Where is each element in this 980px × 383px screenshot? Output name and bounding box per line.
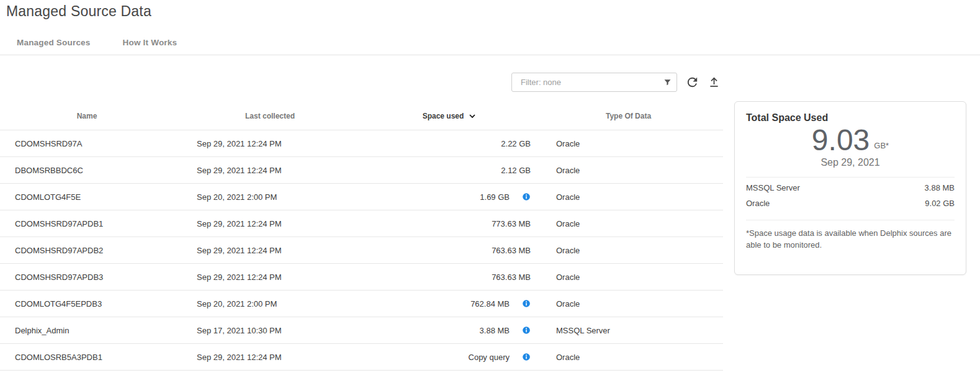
info-icon[interactable] <box>522 353 531 361</box>
filter-box <box>511 73 677 92</box>
copy-query-action[interactable]: Copy query <box>469 353 510 362</box>
info-icon[interactable] <box>522 299 531 308</box>
source-name: CDOMSHSRD97APDB1 <box>0 219 174 228</box>
table-row: CDOMSHSRD97APDB2 Sep 29, 2021 12:24 PM 7… <box>0 237 723 264</box>
column-header-type-of-data[interactable]: Type Of Data <box>534 112 723 120</box>
card-title: Total Space Used <box>746 112 955 124</box>
space-used-value: 2.12 GB <box>501 166 531 175</box>
tab-how-it-works[interactable]: How It Works <box>123 35 178 50</box>
total-space-value: 9.03 <box>812 125 870 156</box>
card-footnote: *Space usage data is available when Delp… <box>746 228 955 251</box>
info-icon[interactable] <box>522 326 531 335</box>
table-row: CDOMSHSRD97APDB1 Sep 29, 2021 12:24 PM 7… <box>0 210 723 237</box>
space-breakdown-list: MSSQL Server 3.88 MB Oracle 9.02 GB <box>746 180 955 211</box>
space-used-value: 763.63 MB <box>492 273 531 282</box>
space-used-cell: 2.22 GB <box>366 139 534 148</box>
space-used-value: 763.63 MB <box>492 246 531 255</box>
table-row: DBOMSRBBDC6C Sep 29, 2021 12:24 PM 2.12 … <box>0 157 723 184</box>
space-used-cell: 763.63 MB <box>366 273 534 282</box>
column-header-space-used-label: Space used <box>423 112 464 120</box>
toolbar <box>0 73 721 92</box>
last-collected-value: Sep 29, 2021 12:24 PM <box>174 139 366 148</box>
breakdown-value: 9.02 GB <box>925 199 955 208</box>
source-name: CDOMLOTG4F5EPDB3 <box>0 299 174 309</box>
last-collected-value: Sep 29, 2021 12:24 PM <box>174 273 366 282</box>
funnel-glyph <box>664 79 670 85</box>
space-used-value: 3.88 MB <box>480 326 510 335</box>
last-collected-value: Sep 29, 2021 12:24 PM <box>174 353 366 362</box>
tab-bar-divider <box>0 55 980 55</box>
card-divider-bottom <box>746 220 955 220</box>
space-used-value: 1.69 GB <box>480 192 510 202</box>
type-of-data-value: Oracle <box>534 299 723 309</box>
breakdown-row-mssql: MSSQL Server 3.88 MB <box>746 180 955 196</box>
breakdown-label: MSSQL Server <box>746 183 800 192</box>
table-row: CDOMSHSRD97APDB3 Sep 29, 2021 12:24 PM 7… <box>0 264 723 291</box>
table-row: CDOMLOTG4F5EPDB3 Sep 20, 2021 2:00 PM 76… <box>0 291 723 317</box>
refresh-icon[interactable] <box>685 75 699 89</box>
total-space-date: Sep 29, 2021 <box>746 157 955 168</box>
space-used-cell: Copy query <box>366 353 534 362</box>
managed-source-data-page: Managed Source Data Managed Sources How … <box>0 0 980 383</box>
last-collected-value: Sep 29, 2021 12:24 PM <box>174 166 366 175</box>
type-of-data-value: Oracle <box>534 166 723 175</box>
source-name: CDOMSHSRD97A <box>0 139 174 148</box>
total-space-used-card: Total Space Used 9.03 GB* Sep 29, 2021 M… <box>734 101 966 275</box>
column-header-space-used[interactable]: Space used <box>366 111 534 121</box>
space-used-cell: 773.63 MB <box>366 219 534 228</box>
tab-bar: Managed Sources How It Works <box>17 35 177 50</box>
space-used-value: 773.63 MB <box>492 219 531 228</box>
space-used-cell: 762.84 MB <box>366 299 534 309</box>
column-header-name[interactable]: Name <box>0 112 174 120</box>
card-divider-top <box>746 177 955 178</box>
type-of-data-value: Oracle <box>534 353 723 362</box>
last-collected-value: Sep 20, 2021 2:00 PM <box>174 192 366 202</box>
table-row: CDOMLOSRB5A3PDB1 Sep 29, 2021 12:24 PM C… <box>0 344 723 371</box>
space-used-cell: 3.88 MB <box>366 326 534 335</box>
funnel-filter-icon[interactable] <box>658 73 677 91</box>
last-collected-value: Sep 20, 2021 2:00 PM <box>174 299 366 309</box>
last-collected-value: Sep 17, 2021 10:30 PM <box>174 326 366 335</box>
page-title: Managed Source Data <box>6 3 151 20</box>
table-row: CDOMSHSRD97A Sep 29, 2021 12:24 PM 2.22 … <box>0 130 723 157</box>
type-of-data-value: Oracle <box>534 246 723 255</box>
info-icon[interactable] <box>522 192 531 201</box>
source-name: CDOMSHSRD97APDB3 <box>0 273 174 282</box>
table-row: Delphix_Admin Sep 17, 2021 10:30 PM 3.88… <box>0 317 723 344</box>
breakdown-value: 3.88 MB <box>925 183 955 192</box>
column-header-last-collected[interactable]: Last collected <box>174 112 366 120</box>
managed-sources-table: Name Last collected Space used Type Of D… <box>0 102 723 371</box>
filter-input[interactable] <box>512 78 658 87</box>
table-row: CDOMLOTG4F5E Sep 20, 2021 2:00 PM 1.69 G… <box>0 184 723 210</box>
type-of-data-value: Oracle <box>534 273 723 282</box>
type-of-data-value: Oracle <box>534 139 723 148</box>
space-used-cell: 2.12 GB <box>366 166 534 175</box>
table-header-row: Name Last collected Space used Type Of D… <box>0 102 723 130</box>
table-body: CDOMSHSRD97A Sep 29, 2021 12:24 PM 2.22 … <box>0 130 723 371</box>
space-used-cell: 1.69 GB <box>366 192 534 202</box>
source-name: CDOMSHSRD97APDB2 <box>0 246 174 255</box>
space-used-cell: 763.63 MB <box>366 246 534 255</box>
total-space-line: 9.03 GB* <box>746 125 955 156</box>
last-collected-value: Sep 29, 2021 12:24 PM <box>174 246 366 255</box>
source-name: DBOMSRBBDC6C <box>0 166 174 175</box>
last-collected-value: Sep 29, 2021 12:24 PM <box>174 219 366 228</box>
source-name: Delphix_Admin <box>0 326 174 335</box>
breakdown-label: Oracle <box>746 199 770 208</box>
type-of-data-value: MSSQL Server <box>534 326 723 335</box>
space-used-value: 2.22 GB <box>501 139 531 148</box>
type-of-data-value: Oracle <box>534 219 723 228</box>
type-of-data-value: Oracle <box>534 192 723 202</box>
tab-managed-sources[interactable]: Managed Sources <box>17 35 91 50</box>
sort-descending-chevron-icon <box>467 111 477 121</box>
source-name: CDOMLOTG4F5E <box>0 192 174 202</box>
space-used-value: 762.84 MB <box>470 299 510 309</box>
total-space-unit: GB* <box>874 141 889 156</box>
breakdown-row-oracle: Oracle 9.02 GB <box>746 196 955 211</box>
upload-export-icon[interactable] <box>708 76 721 89</box>
source-name: CDOMLOSRB5A3PDB1 <box>0 353 174 362</box>
